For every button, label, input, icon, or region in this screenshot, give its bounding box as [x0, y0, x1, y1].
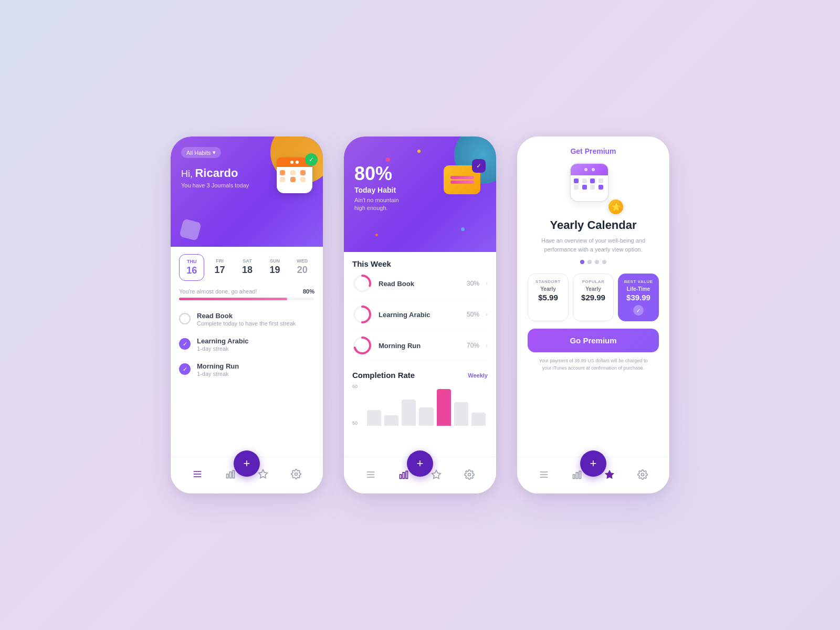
habit-ring-readbook	[352, 274, 372, 293]
chevron-right-icon: ›	[486, 342, 488, 349]
nav-settings-icon[interactable]	[291, 469, 301, 482]
habit-name: Learning Arabic	[379, 311, 460, 319]
svg-rect-27	[579, 471, 581, 478]
p3-content: Get Premium	[517, 136, 669, 494]
premium-calendar-illustration: ⭐	[570, 163, 617, 210]
chevron-right-icon: ›	[486, 280, 488, 287]
date-num: 20	[297, 265, 308, 276]
plan-best-value[interactable]: Best Value Life-Time $39.99 ✓	[618, 274, 659, 321]
bar	[367, 410, 381, 426]
nav-star-icon[interactable]	[258, 469, 268, 482]
bar	[402, 400, 416, 426]
chevron-right-icon: ›	[486, 311, 488, 318]
chart-label: 60	[352, 384, 358, 389]
get-premium-label: Get Premium	[570, 147, 616, 155]
svg-point-29	[641, 473, 644, 476]
chart-labels: 60 50	[352, 384, 358, 426]
fab-add-p3[interactable]: +	[580, 450, 606, 477]
nav-list-icon[interactable]	[365, 469, 376, 482]
habit-info: Read Book	[379, 280, 460, 288]
date-num: 18	[242, 265, 253, 276]
dot-2[interactable]	[587, 260, 592, 264]
plan-period: Life-Time	[622, 286, 655, 292]
folder-illustration: ✓	[444, 165, 483, 200]
habit-sub: 1-day streak	[197, 345, 248, 352]
svg-rect-1	[194, 474, 202, 475]
date-item-sat[interactable]: SAT 18	[235, 254, 259, 281]
completion-title: Completion Rate	[352, 371, 415, 380]
plan-standard[interactable]: Standort Yearly $5.99	[528, 274, 569, 321]
svg-rect-0	[194, 471, 202, 472]
all-habits-filter[interactable]: All Habits ▾	[181, 147, 221, 158]
weekly-filter[interactable]: Weekly	[468, 372, 488, 379]
progress-section: You're almost done, go ahead! 80%	[171, 288, 323, 307]
go-premium-button[interactable]: Go Premium	[528, 329, 659, 352]
habit-row-morning-run[interactable]: Morning Run 70% ›	[352, 330, 488, 361]
chevron-down-icon: ▾	[213, 149, 216, 156]
folder-check: ✓	[472, 159, 486, 173]
habit-checkbox-checked[interactable]: ✓	[179, 338, 191, 350]
svg-marker-20	[432, 470, 441, 478]
pricing-plans: Standort Yearly $5.99 Popular Yearly $29…	[528, 274, 659, 321]
calendar-checkmark: ✓	[305, 153, 318, 166]
plan-price: $29.99	[576, 293, 610, 302]
phone-2: ✓ 80% Today Habit Ain't no mountainhigh …	[344, 136, 496, 494]
nav-star-icon[interactable]	[431, 469, 442, 482]
bar	[471, 413, 486, 426]
nav-list-icon[interactable]	[192, 469, 203, 482]
nav-list-icon[interactable]	[539, 469, 549, 482]
nav-star-icon-active[interactable]	[604, 469, 615, 482]
nav-settings-icon[interactable]	[464, 469, 475, 482]
habit-item-readbook[interactable]: Read Book Complete today to have the fir…	[179, 307, 314, 332]
dot-1[interactable]	[580, 260, 584, 264]
habit-row-readbook[interactable]: Read Book 30% ›	[352, 268, 488, 299]
svg-marker-6	[259, 470, 268, 478]
phone-3: Get Premium	[517, 136, 669, 494]
plan-price: $39.99	[622, 293, 655, 302]
nav-chart-icon[interactable]	[572, 469, 582, 482]
svg-rect-23	[540, 474, 548, 475]
svg-marker-28	[605, 470, 614, 478]
habit-pct: 50%	[467, 311, 479, 318]
habit-item-arabic[interactable]: ✓ Learning Arabic 1-day streak	[179, 332, 314, 357]
confetti	[461, 227, 465, 231]
plan-badge: Best Value	[622, 279, 655, 284]
plan-period: Yearly	[531, 286, 565, 292]
date-item-fri[interactable]: FRI 17	[207, 254, 232, 281]
nav-chart-icon[interactable]	[225, 469, 236, 482]
habit-checkbox[interactable]	[179, 313, 191, 324]
bar	[454, 402, 468, 426]
nav-settings-icon[interactable]	[637, 469, 648, 482]
date-item-thu[interactable]: THU 16	[179, 254, 204, 281]
plan-price: $5.99	[531, 293, 565, 302]
decorative-cube	[179, 218, 202, 241]
plan-popular[interactable]: Popular Yearly $29.99	[573, 274, 614, 321]
completion-chart: 60 50	[352, 384, 488, 431]
svg-point-7	[295, 473, 297, 476]
screens-container: All Habits ▾	[171, 136, 669, 494]
svg-rect-4	[229, 472, 231, 478]
chart-bars	[354, 384, 486, 426]
this-week-title: This Week	[352, 259, 488, 268]
habit-row-arabic[interactable]: Learning Arabic 50% ›	[352, 299, 488, 330]
nav-chart-icon-active[interactable]	[398, 469, 409, 482]
dot-3[interactable]	[595, 260, 599, 264]
dot-4[interactable]	[602, 260, 606, 264]
date-item-sun[interactable]: SUN 19	[262, 254, 287, 281]
payment-note: Your payment of 39.99 US dollars will be…	[539, 358, 648, 372]
habit-ring-arabic	[352, 304, 372, 324]
svg-rect-3	[226, 474, 228, 478]
date-day: SAT	[243, 258, 251, 264]
bar	[419, 407, 433, 426]
fab-add[interactable]: +	[234, 450, 260, 477]
fab-add-p2[interactable]: +	[407, 450, 433, 477]
date-item-wed[interactable]: WED 20	[290, 254, 314, 281]
calendar-illustration: ✓	[277, 158, 312, 193]
habit-sub: 1-day streak	[197, 371, 239, 377]
bar-accent	[437, 389, 451, 426]
habit-checkbox-checked[interactable]: ✓	[179, 363, 191, 375]
this-week-section: This Week Read Book 30% ›	[344, 252, 496, 365]
habit-item-morning-run[interactable]: ✓ Morning Run 1-day streak	[179, 357, 314, 382]
greeting-name: Ricardo	[195, 166, 238, 180]
chart-label: 50	[352, 421, 358, 426]
